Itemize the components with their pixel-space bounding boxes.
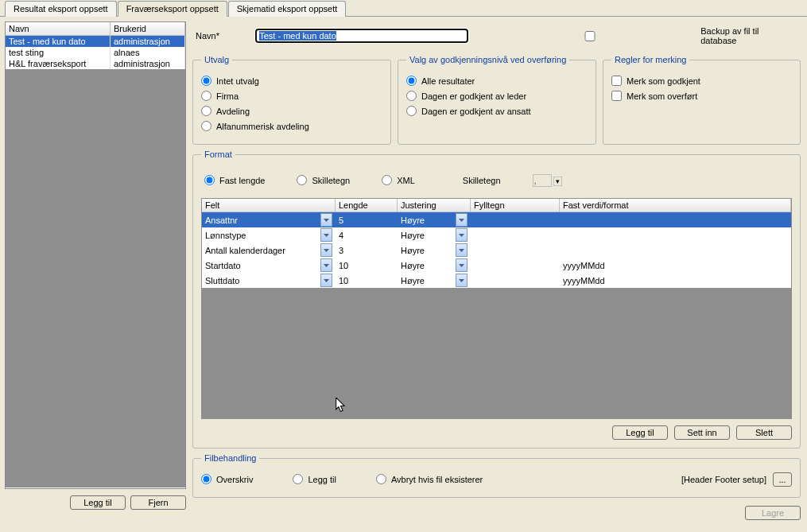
col-fastverdi[interactable]: Fast verdi/format [560,199,791,212]
tabs: Resultat eksport oppsett Fraværseksport … [0,0,807,17]
valg-ansatt[interactable] [406,106,417,116]
filb-leggtil[interactable] [293,474,303,484]
utvalg-legend: Utvalg [201,55,232,64]
tab-skjematid[interactable]: Skjematid eksport oppsett [228,1,347,17]
grid-row[interactable]: Ansattnr 5 Høyre [202,212,791,227]
regler-legend: Regler for merking [611,55,689,64]
lagre-button[interactable]: Lagre [745,506,801,520]
leggtil-button[interactable]: Legg til [70,495,126,510]
fjern-button[interactable]: Fjern [130,495,186,510]
backup-checkbox[interactable] [484,31,696,41]
utvalg-intet[interactable] [201,76,211,86]
dropdown-icon[interactable] [456,213,468,227]
format-xml[interactable] [382,175,392,185]
list-item[interactable]: test sting alnaes [6,47,185,58]
tab-resultat[interactable]: Resultat eksport oppsett [5,1,117,17]
dropdown-icon[interactable] [320,213,332,227]
filb-avbryt[interactable] [376,474,386,484]
navn-label: Navn* [196,31,239,41]
backup-label: Backup av fil til database [700,26,790,45]
merk-godkjent-checkbox[interactable] [611,76,622,86]
dropdown-icon[interactable] [456,228,468,242]
col-navn[interactable]: Navn [6,22,111,36]
dropdown-icon[interactable] [456,258,468,272]
filb-overskriv[interactable] [201,474,211,484]
header-footer-button[interactable]: ... [773,472,792,487]
format-skilletegn[interactable] [297,175,307,185]
format-fastlengde[interactable] [204,175,215,185]
grid-row[interactable]: Startdato 10 Høyre yyyyMMdd [202,258,791,273]
dropdown-icon[interactable] [320,258,332,272]
skilletegn-label: Skilletegn [463,176,501,185]
valg-legend: Valg av godkjenningsnivå ved overføring [406,55,569,64]
navn-input[interactable] [255,29,468,43]
dropdown-icon[interactable] [320,228,332,242]
grid-slett-button[interactable]: Slett [736,425,792,440]
grid-row[interactable]: Sluttdato 10 Høyre yyyyMMdd [202,273,791,288]
list-item[interactable]: Test - med kun dato administrasjon [6,36,185,47]
skilletegn-input[interactable] [533,174,552,187]
col-brukerid[interactable]: Brukerid [111,22,185,36]
utvalg-alfanum[interactable] [201,121,211,131]
valg-alle[interactable] [406,76,417,86]
tab-fravaer[interactable]: Fraværseksport oppsett [118,1,227,17]
utvalg-firma[interactable] [201,91,211,101]
export-list: Navn Brukerid Test - med kun dato admini… [5,21,186,489]
col-justering[interactable]: Justering [398,199,471,212]
utvalg-avdeling[interactable] [201,106,211,116]
grid-leggtil-button[interactable]: Legg til [612,425,668,440]
grid-row[interactable]: Lønnstype 4 Høyre [202,227,791,243]
valg-leder[interactable] [406,91,417,101]
dropdown-icon[interactable] [320,274,332,287]
format-grid: Felt Lengde Justering Fylltegn Fast verd… [201,198,792,419]
dropdown-icon[interactable] [456,243,468,257]
format-legend: Format [201,150,235,159]
merk-overfort-checkbox[interactable] [611,91,622,101]
col-lengde[interactable]: Lengde [336,199,398,212]
header-footer-label: [Header Footer setup] [681,475,766,484]
filbehandling-legend: Filbehandling [201,453,259,463]
skilletegn-dropdown[interactable]: ▾ [553,177,562,186]
dropdown-icon[interactable] [456,274,468,287]
list-item[interactable]: H&L fraværseksport administrasjon [6,58,185,69]
col-fylltegn[interactable]: Fylltegn [471,199,560,212]
grid-settinn-button[interactable]: Sett inn [674,425,730,440]
col-felt[interactable]: Felt [202,199,336,212]
grid-row[interactable]: Antall kalenderdager 3 Høyre [202,243,791,258]
dropdown-icon[interactable] [320,243,332,257]
